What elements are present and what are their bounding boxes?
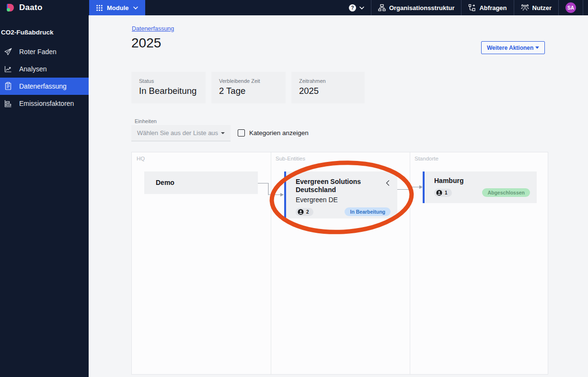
orgchart-panel: HQ Sub-Entities Standorte Demo Evergreen… xyxy=(131,152,548,375)
stats-row: Status In Bearbeitung Verbleibende Zeit … xyxy=(131,72,365,103)
collapse-chevron-icon[interactable] xyxy=(386,179,390,188)
nav-item-nutzer[interactable]: Nutzer xyxy=(514,0,558,15)
breadcrumb-link[interactable]: Datenerfassung xyxy=(132,25,174,32)
line-chart-icon xyxy=(4,65,12,73)
sidebar-item-datenerfassung[interactable]: Datenerfassung xyxy=(0,78,89,95)
logo-text: Daato xyxy=(19,3,43,12)
module-label: Module xyxy=(107,4,129,11)
sidebar-item-analysen[interactable]: Analysen xyxy=(0,60,89,78)
main-content: Datenerfassung 2025 Weitere Aktionen Sta… xyxy=(89,15,588,377)
sidebar-item-label: Analysen xyxy=(19,65,47,73)
stat-value: 2 Tage xyxy=(219,86,278,96)
navbar-divider xyxy=(558,0,559,15)
node-footer: 2 In Bearbeitung xyxy=(296,207,391,216)
caret-down-icon xyxy=(221,132,225,134)
column-header-standorte: Standorte xyxy=(415,156,438,161)
user-count-pill: 1 xyxy=(434,189,452,197)
sidebar-nav: Roter Faden Analysen Datenerfassung xyxy=(0,43,89,112)
grid-icon xyxy=(96,5,103,11)
bar-list-icon xyxy=(4,99,12,108)
stat-label: Zeitrahmen xyxy=(299,78,357,84)
sidebar-item-emissionsfaktoren[interactable]: Emissionsfaktoren xyxy=(0,95,89,112)
units-label: Einheiten xyxy=(135,118,157,124)
column-divider xyxy=(271,152,271,374)
sidebar: CO2-Fußabdruck Roter Faden Analysen xyxy=(0,15,89,377)
chevron-down-icon xyxy=(359,6,364,10)
user-count: 2 xyxy=(306,209,309,215)
user-count-pill: 2 xyxy=(296,208,313,216)
column-header-hq: HQ xyxy=(137,156,145,161)
orgchart-node-hamburg[interactable]: Hamburg 1 Abgeschlossen xyxy=(423,171,537,203)
sidebar-item-label: Datenerfassung xyxy=(19,82,67,90)
show-categories-checkbox[interactable] xyxy=(238,129,245,137)
nav-item-abfragen[interactable]: Abfragen xyxy=(461,0,513,15)
person-icon xyxy=(298,209,304,215)
clipboard-icon xyxy=(4,82,12,91)
status-badge: Abgeschlossen xyxy=(482,188,530,197)
chevron-down-icon xyxy=(133,6,138,10)
module-menu-button[interactable]: Module xyxy=(89,0,145,15)
help-menu-button[interactable]: ? xyxy=(342,0,371,15)
top-navbar: Daato Module ? Or xyxy=(0,0,588,15)
user-avatar[interactable]: SA xyxy=(565,2,576,13)
node-title: Demo xyxy=(156,179,174,187)
person-icon xyxy=(436,190,442,196)
status-badge: In Bearbeitung xyxy=(345,207,391,216)
node-title: Evergreen Solutions Deutschland xyxy=(296,178,375,194)
connector-arrowhead xyxy=(280,193,284,196)
show-categories-label: Kategorien anzeigen xyxy=(249,129,309,137)
stat-value: In Bearbeitung xyxy=(139,86,198,96)
nav-item-label: Organisationsstruktur xyxy=(389,4,455,11)
more-actions-label: Weitere Aktionen xyxy=(487,45,533,51)
connector-arrowhead xyxy=(419,185,423,189)
stat-label: Status xyxy=(139,78,198,84)
sidebar-item-label: Emissionsfaktoren xyxy=(19,100,74,107)
navbar-spacer xyxy=(145,0,342,15)
user-count: 1 xyxy=(445,190,448,195)
sidebar-item-roter-faden[interactable]: Roter Faden xyxy=(0,43,89,60)
units-select-placeholder: Wählen Sie aus der Liste aus xyxy=(137,129,218,137)
sidebar-item-label: Roter Faden xyxy=(19,48,57,56)
stat-label: Verbleibende Zeit xyxy=(219,78,278,84)
stat-value: 2025 xyxy=(299,86,357,96)
app-logo: Daato xyxy=(0,0,89,15)
node-subtitle: Evergreen DE xyxy=(296,196,391,204)
stat-card-timeframe: Zeitrahmen 2025 xyxy=(291,72,365,103)
column-divider xyxy=(410,152,410,374)
stat-card-remaining-time: Verbleibende Zeit 2 Tage xyxy=(211,72,286,103)
nav-item-label: Nutzer xyxy=(532,4,552,11)
paper-plane-icon xyxy=(4,47,12,56)
queries-icon xyxy=(468,4,476,11)
connector-evergreen-to-hamburg xyxy=(397,187,419,190)
connector-demo-to-evergreen xyxy=(258,183,280,195)
stat-card-status: Status In Bearbeitung xyxy=(131,72,206,103)
nav-item-organisationsstruktur[interactable]: Organisationsstruktur xyxy=(371,0,461,15)
daato-logo-icon xyxy=(6,3,15,12)
nav-item-label: Abfragen xyxy=(479,4,507,11)
orgchart-node-evergreen[interactable]: Evergreen Solutions Deutschland Evergree… xyxy=(284,171,397,218)
page-title: 2025 xyxy=(131,35,161,51)
node-title: Hamburg xyxy=(434,177,530,185)
column-header-sub-entities: Sub-Entities xyxy=(276,156,305,161)
more-actions-button[interactable]: Weitere Aktionen xyxy=(481,41,545,54)
org-structure-icon xyxy=(378,4,386,11)
sidebar-section-title: CO2-Fußabdruck xyxy=(0,29,89,36)
orgchart-node-demo[interactable]: Demo xyxy=(144,171,258,194)
users-icon xyxy=(521,4,529,11)
caret-down-icon xyxy=(535,46,539,49)
units-select[interactable]: Wählen Sie aus der Liste aus xyxy=(131,125,231,141)
node-footer: 1 Abgeschlossen xyxy=(434,188,530,197)
help-icon: ? xyxy=(349,4,356,11)
navbar-edge xyxy=(583,0,588,15)
